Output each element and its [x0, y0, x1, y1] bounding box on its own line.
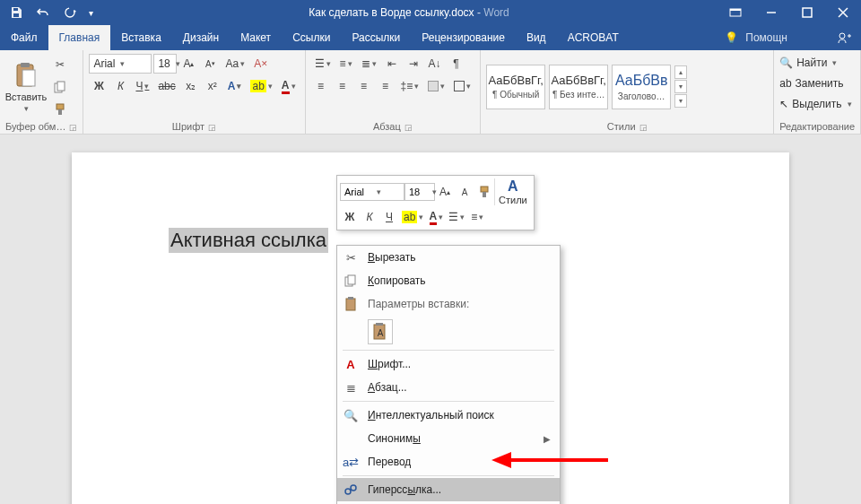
mini-shrink-icon[interactable]: A: [455, 182, 474, 202]
mini-grow-icon[interactable]: A▴: [435, 182, 455, 202]
mini-numbering[interactable]: ≡▾: [467, 207, 487, 227]
ctx-hyperlink[interactable]: Гиперссылка...: [337, 478, 560, 501]
ctx-paragraph[interactable]: ≣Абзац...: [337, 376, 560, 399]
clear-format-icon[interactable]: A✕: [250, 54, 272, 74]
change-case-icon[interactable]: Aa▾: [222, 54, 248, 74]
svg-rect-1: [13, 13, 19, 17]
mini-size-combo[interactable]: 18▾: [404, 183, 435, 201]
mini-highlight[interactable]: ab▾: [399, 207, 426, 227]
bold-button[interactable]: Ж: [89, 76, 109, 96]
save-icon[interactable]: [4, 0, 29, 25]
ribbon-options-icon[interactable]: [718, 0, 753, 25]
group-label-clipboard: Буфер обм…: [5, 121, 65, 132]
strike-button[interactable]: abc: [154, 76, 178, 96]
tab-references[interactable]: Ссылки: [282, 25, 341, 50]
redo-icon[interactable]: [57, 0, 83, 25]
maximize-icon[interactable]: [789, 0, 825, 25]
undo-icon[interactable]: [30, 0, 56, 25]
launcher-icon[interactable]: ◲: [404, 123, 413, 132]
mini-painter-icon[interactable]: [474, 182, 494, 202]
subscript-button[interactable]: x₂: [181, 76, 201, 96]
mini-italic[interactable]: К: [360, 207, 379, 227]
mini-styles-button[interactable]: A Стили: [494, 178, 531, 205]
align-center-icon[interactable]: ≡: [333, 76, 352, 96]
highlight-icon[interactable]: ab▾: [247, 76, 275, 96]
shading-icon[interactable]: ▾: [424, 76, 448, 96]
tab-file[interactable]: Файл: [0, 25, 48, 50]
style-heading1[interactable]: АаБбВвЗаголово…: [612, 65, 671, 109]
close-icon[interactable]: [825, 0, 861, 25]
styles-gallery[interactable]: АаБбВвГг,¶ Обычный АаБбВвГг,¶ Без инте… …: [486, 54, 687, 119]
justify-icon[interactable]: ≡: [376, 76, 396, 96]
grow-font-icon[interactable]: A▴: [178, 54, 198, 74]
italic-button[interactable]: К: [110, 76, 130, 96]
replace-button[interactable]: abЗаменить: [779, 74, 851, 92]
qat-dropdown-icon[interactable]: ▾: [84, 0, 97, 25]
tab-review[interactable]: Рецензирование: [411, 25, 516, 50]
ctx-copy[interactable]: Копировать: [337, 269, 560, 292]
window-controls: [718, 0, 861, 25]
ctx-synonyms[interactable]: Синонимы▶: [337, 427, 560, 450]
tab-home[interactable]: Главная: [48, 25, 111, 50]
ctx-smart-lookup[interactable]: 🔍Интеллектуальный поиск: [337, 404, 560, 427]
borders-icon[interactable]: ▾: [450, 76, 474, 96]
styles-scroll[interactable]: ▴▾▾: [674, 65, 687, 108]
svg-rect-23: [346, 299, 355, 310]
paste-button[interactable]: Вставить ▾: [5, 54, 47, 119]
launcher-icon[interactable]: ◲: [208, 123, 216, 132]
minimize-icon[interactable]: [753, 0, 789, 25]
link-icon: [343, 482, 359, 498]
share-icon[interactable]: [838, 31, 852, 44]
group-label-styles: Стили: [607, 121, 636, 132]
style-nospacing[interactable]: АаБбВвГг,¶ Без инте…: [549, 65, 608, 109]
pilcrow-icon[interactable]: ¶: [447, 54, 466, 74]
ctx-font[interactable]: AШрифт...: [337, 352, 560, 376]
underline-button[interactable]: Ч▾: [132, 76, 152, 96]
copy-icon[interactable]: [50, 77, 70, 97]
superscript-button[interactable]: x²: [203, 76, 222, 96]
mini-underline[interactable]: Ч: [379, 207, 399, 227]
font-size-combo[interactable]: 18▾: [153, 54, 177, 74]
tab-design[interactable]: Дизайн: [172, 25, 230, 50]
tell-me-label[interactable]: Помощн: [745, 31, 787, 44]
style-normal[interactable]: АаБбВвГг,¶ Обычный: [486, 65, 545, 109]
window-title: Как сделать в Ворде ссылку.docx - Word: [100, 6, 718, 19]
tab-insert[interactable]: Вставка: [110, 25, 172, 50]
font-name-combo[interactable]: Arial▾: [89, 54, 152, 74]
select-button[interactable]: ↖Выделить▾: [779, 95, 851, 113]
line-spacing-icon[interactable]: ‡≡▾: [397, 76, 423, 96]
align-left-icon[interactable]: ≡: [311, 76, 331, 96]
format-painter-icon[interactable]: [50, 100, 70, 119]
launcher-icon[interactable]: ◲: [69, 123, 77, 132]
sort-icon[interactable]: A↓: [425, 54, 445, 74]
svg-rect-6: [803, 8, 812, 17]
align-right-icon[interactable]: ≡: [354, 76, 374, 96]
bullets-icon[interactable]: ☰▾: [311, 54, 335, 74]
tab-view[interactable]: Вид: [516, 25, 557, 50]
tab-acrobat[interactable]: ACROBAT: [557, 25, 630, 50]
tab-layout[interactable]: Макет: [230, 25, 282, 50]
cut-icon[interactable]: ✂: [50, 55, 70, 74]
svg-point-9: [839, 33, 845, 39]
group-paragraph: ☰▾ ≡▾ ≣▾ ⇤ ⇥ A↓ ¶ ≡ ≡ ≡ ≡ ‡≡▾ ▾ ▾ Абзац◲: [306, 50, 482, 134]
numbering-icon[interactable]: ≡▾: [336, 54, 356, 74]
search-icon: 🔍: [779, 56, 793, 69]
font-color-icon[interactable]: A▾: [278, 76, 300, 96]
tab-mailings[interactable]: Рассылки: [341, 25, 411, 50]
ctx-paste-options: A: [337, 316, 560, 348]
mini-fontcolor[interactable]: A▾: [426, 207, 446, 227]
paste-keep-source-icon[interactable]: A: [368, 319, 393, 344]
mini-font-combo[interactable]: Arial▾: [340, 183, 404, 201]
indent-icon[interactable]: ⇥: [404, 54, 423, 74]
ctx-cut[interactable]: ✂Вырезать: [337, 246, 560, 269]
selected-text[interactable]: Активная ссылка: [169, 228, 328, 253]
mini-bullets[interactable]: ☰▾: [446, 207, 467, 227]
tell-me-icon[interactable]: 💡: [725, 31, 738, 44]
shrink-font-icon[interactable]: A▾: [200, 54, 220, 74]
find-button[interactable]: 🔍Найти▾: [779, 54, 851, 72]
text-effects-icon[interactable]: A▾: [224, 76, 246, 96]
mini-bold[interactable]: Ж: [340, 207, 360, 227]
launcher-icon[interactable]: ◲: [639, 123, 648, 132]
multilevel-icon[interactable]: ≣▾: [358, 54, 380, 74]
outdent-icon[interactable]: ⇤: [382, 54, 402, 74]
